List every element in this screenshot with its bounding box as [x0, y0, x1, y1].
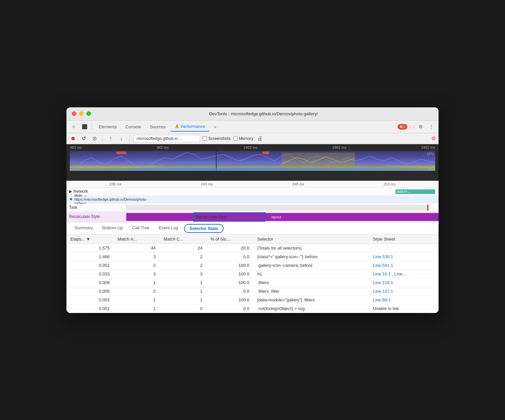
tab-performance[interactable]: ⚠️ Performance — [170, 122, 209, 132]
warn-badge[interactable]: ⚠ 1 — [409, 125, 415, 129]
record-icon[interactable]: ⏺ — [69, 135, 77, 143]
download-icon[interactable]: ↓ — [117, 135, 125, 143]
th-stylesheet[interactable]: Style Sheet — [369, 235, 439, 244]
ts-2: 963 ms — [156, 146, 168, 150]
elapsed-3: 0.033 — [66, 269, 114, 278]
table-body: 1.575 44 24 20.0 (Totals for all selecto… — [66, 244, 439, 313]
stylesheet-link-5[interactable]: Line 127:1 — [373, 289, 393, 294]
stylesheet-link-6[interactable]: Line 88:1 — [373, 297, 391, 302]
pct-6: 100.0 — [206, 295, 253, 304]
stylesheet-link-2[interactable]: Line 541:1 — [373, 263, 393, 268]
stylesheet-2: Line 541:1 — [369, 261, 439, 269]
table-row: 1.466 3 2 0.0 [class*=" gallery-icon--"]… — [66, 252, 439, 261]
network-item[interactable]: data:im... — [395, 189, 435, 194]
memory-capture-icon[interactable]: 🖨 — [256, 135, 264, 143]
screenshots-checkbox[interactable] — [203, 136, 207, 141]
flamechart-area: 238 ms 243 ms 248 ms 253 ms ▶ Network da… — [66, 181, 439, 223]
match-a-7: 1 — [114, 304, 160, 313]
stylesheet-3: Line 16:1 , Line... — [369, 269, 439, 278]
tab-call-tree[interactable]: Call Tree — [128, 223, 154, 234]
selector-icon[interactable]: ⊹ — [69, 122, 78, 131]
match-c-6: 1 — [159, 295, 206, 304]
timeline-timestamps: 463 ms 963 ms 1463 ms 1963 ms 2463 ms — [66, 144, 439, 151]
net-label: NET — [428, 167, 434, 171]
screenshots-label[interactable]: Screenshots — [203, 136, 231, 141]
elapsed-2: 0.052 — [66, 261, 114, 269]
network-expand-icon[interactable]: ▶ — [69, 189, 72, 194]
small-bar-2 — [375, 213, 378, 221]
match-a-2: 2 — [114, 261, 160, 269]
url-field[interactable]: microsoftedge.github.io ... — [134, 135, 200, 142]
perf-settings-icon[interactable]: ⚙ — [431, 135, 436, 142]
stylesheet-link-4[interactable]: Line 116:1 — [373, 280, 393, 285]
network-content: data:im... — [126, 188, 439, 195]
selector-stats-table: Elaps... ▼ Match A... Match C... % of Sl… — [66, 235, 439, 313]
error-badge[interactable]: ✖ 1 — [398, 124, 407, 130]
timeline-cursor — [216, 151, 217, 171]
perf-toolbar: ⏺ ↺ ⊘ ↑ ↓ microsoftedge.github.io ... Sc… — [66, 133, 439, 144]
minimize-button[interactable] — [79, 111, 84, 116]
th-selector[interactable]: Selector — [253, 235, 369, 244]
table-container[interactable]: Elaps... ▼ Match A... Match C... % of Sl… — [66, 235, 439, 313]
timeline-marker-1 — [116, 152, 126, 154]
clear-icon[interactable]: ⊘ — [90, 135, 98, 143]
ts-4: 1963 ms — [332, 146, 346, 150]
performance-warning-icon: ⚠️ — [174, 124, 179, 129]
settings-icon[interactable]: ⚙ — [416, 122, 425, 131]
th-match-c[interactable]: Match C... — [159, 235, 206, 244]
header-row: Elaps... ▼ Match A... Match C... % of Sl… — [66, 235, 439, 244]
main-tabs: Elements Console Sources ⚠️ Performance … — [95, 122, 220, 132]
stylesheet-link-1[interactable]: Line 530:1 — [373, 254, 393, 259]
stylesheet-link-3b[interactable]: Line... — [394, 271, 406, 276]
perf-sep-1 — [102, 135, 103, 142]
tab-selector-stats[interactable]: Selector Stats — [184, 224, 224, 233]
task-label: Task — [66, 204, 126, 211]
perf-sep-2 — [129, 135, 130, 142]
recalc-selected-box[interactable]: Recalculate Style — [193, 212, 266, 222]
pct-4: 100.0 — [206, 278, 253, 287]
memory-label[interactable]: Memory — [233, 136, 253, 141]
match-c-4: 1 — [159, 278, 206, 287]
more-icon[interactable]: ⋮ — [427, 122, 436, 131]
upload-icon[interactable]: ↑ — [107, 135, 115, 143]
stylesheet-link-3a[interactable]: Line 16:1 — [373, 271, 391, 276]
tab-event-log[interactable]: Event Log — [154, 223, 183, 234]
tab-summary[interactable]: Summary — [70, 223, 98, 234]
th-elapsed[interactable]: Elaps... ▼ — [66, 235, 114, 244]
tab-performance-label: Performance — [181, 124, 205, 129]
match-c-5: 1 — [159, 287, 206, 295]
device-icon[interactable]: ⬛ — [80, 122, 89, 131]
main-content — [126, 196, 439, 203]
main-expand-icon[interactable]: ▼ — [69, 197, 73, 202]
memory-checkbox[interactable] — [233, 136, 238, 141]
stylesheet-4: Line 116:1 — [369, 278, 439, 287]
maximize-button[interactable] — [86, 111, 91, 116]
table-row: 0.033 3 3 100.0 h1 Line 16:1 , Line... — [66, 269, 439, 278]
match-a-6: 1 — [114, 295, 160, 304]
close-button[interactable] — [72, 111, 76, 116]
toolbar-separator-1 — [92, 123, 92, 130]
timeline-overview[interactable]: 463 ms 963 ms 1463 ms 1963 ms 2463 ms CP… — [66, 144, 439, 181]
th-match-a[interactable]: Match A... — [114, 235, 160, 244]
table-row: 0.008 1 1 100.0 .filters Line 116:1 — [66, 278, 439, 287]
match-c-1: 2 — [159, 252, 206, 261]
ts-3: 1463 ms — [244, 146, 257, 150]
selector-0: (Totals for all selectors) — [253, 244, 369, 252]
error-icon: ✖ — [400, 125, 403, 129]
selector-1: [class*=" gallery-icon--"]::before — [253, 252, 369, 261]
table-row: 0.003 1 1 100.0 [data-module="gallery"] … — [66, 295, 439, 304]
tab-more[interactable]: » — [210, 122, 220, 131]
task-bar[interactable] — [126, 205, 429, 211]
tab-sources[interactable]: Sources — [146, 122, 170, 131]
main-label: ▼ Main — https://microsoftedge.github.io… — [66, 196, 126, 203]
th-pct[interactable]: % of Slo... — [206, 235, 253, 244]
pct-1: 0.0 — [206, 252, 253, 261]
layout-bar[interactable]: .layout — [269, 213, 319, 221]
table-row: 1.575 44 24 20.0 (Totals for all selecto… — [66, 244, 439, 252]
tab-console[interactable]: Console — [121, 122, 145, 131]
tab-bottom-up[interactable]: Bottom-Up — [98, 223, 128, 234]
stylesheet-5: Line 127:1 — [369, 287, 439, 295]
tab-elements[interactable]: Elements — [95, 122, 121, 131]
pct-7: 0.0 — [206, 304, 253, 313]
reload-icon[interactable]: ↺ — [80, 135, 88, 143]
